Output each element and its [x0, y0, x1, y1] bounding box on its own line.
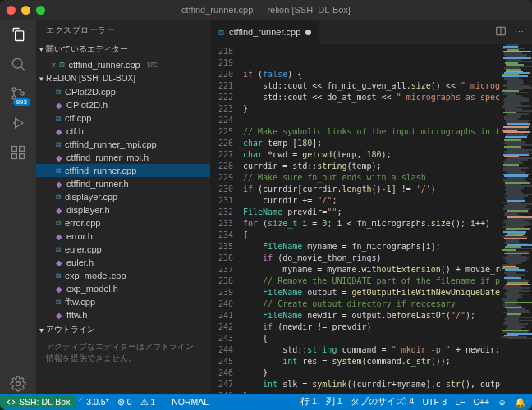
- file-item[interactable]: ⧈error.cpp: [36, 216, 210, 230]
- header-icon: ◆: [56, 206, 62, 215]
- split-editor-icon[interactable]: [495, 25, 507, 39]
- file-item[interactable]: ◆ctffind_runner_mpi.h: [36, 151, 210, 164]
- vim-mode: -- NORMAL --: [163, 397, 216, 407]
- scm-badge: 893: [13, 98, 30, 106]
- encoding[interactable]: UTF-8: [422, 397, 447, 407]
- header-icon: ◆: [56, 127, 62, 136]
- traffic-lights: [7, 6, 45, 15]
- code-content[interactable]: if (false) { std::cout << fn_mic_given_a…: [240, 44, 501, 394]
- extensions-icon[interactable]: [10, 144, 26, 162]
- sidebar: エクスプローラー ▾ 開いているエディター × ⧈ ctffind_runner…: [36, 20, 210, 394]
- file-item[interactable]: ⧈CPlot2D.cpp: [36, 85, 210, 98]
- warnings-status[interactable]: ⚠ 1: [140, 397, 156, 407]
- file-item[interactable]: ◆fftw.h: [36, 308, 210, 321]
- errors-status[interactable]: ⊗ 0: [117, 397, 132, 407]
- cpp-icon: ⧈: [56, 297, 61, 307]
- language-mode[interactable]: C++: [473, 397, 489, 407]
- tab-size[interactable]: タブのサイズ: 4: [351, 396, 415, 408]
- file-item[interactable]: ⧈exp_model.cpp: [36, 269, 210, 282]
- editor: ⧈ ctffind_runner.cpp ⋯ 21821922022122222…: [210, 20, 532, 394]
- header-icon: ◆: [56, 101, 62, 110]
- file-item[interactable]: ⧈euler.cpp: [36, 243, 210, 256]
- feedback-icon[interactable]: ☺: [498, 397, 507, 407]
- svg-point-3: [21, 92, 24, 95]
- file-item[interactable]: ◆error.h: [36, 230, 210, 243]
- svg-point-4: [14, 122, 16, 124]
- svg-rect-6: [12, 154, 17, 159]
- file-name: euler.h: [66, 257, 94, 267]
- file-item[interactable]: ⧈displayer.cpp: [36, 190, 210, 203]
- file-name: displayer.h: [66, 205, 110, 215]
- outline-header[interactable]: ▾ アウトライン: [36, 321, 210, 338]
- tab-active[interactable]: ⧈ ctffind_runner.cpp: [210, 20, 320, 44]
- chevron-down-icon: ▾: [39, 75, 44, 83]
- titlebar: ctffind_runner.cpp — relion [SSH: DL-Box…: [0, 0, 532, 20]
- chevron-down-icon: ▾: [39, 45, 44, 53]
- settings-icon[interactable]: [10, 376, 26, 394]
- file-name: exp_model.cpp: [65, 271, 126, 280]
- cpp-icon: ⧈: [56, 271, 61, 280]
- file-name: ctffind_runner.cpp: [65, 166, 136, 175]
- file-item[interactable]: ◆CPlot2D.h: [36, 98, 210, 112]
- file-list: ⧈CPlot2D.cpp◆CPlot2D.h⧈ctf.cpp◆ctf.h⧈ctf…: [36, 85, 210, 321]
- git-branch-status[interactable]: ᚶ 3.0.5*: [78, 397, 108, 407]
- search-icon[interactable]: [10, 56, 26, 74]
- file-name: displayer.cpp: [65, 192, 117, 202]
- more-icon[interactable]: ⋯: [515, 27, 524, 38]
- file-item[interactable]: ⧈fftw.cpp: [36, 295, 210, 308]
- file-item[interactable]: ◆ctf.h: [36, 125, 210, 138]
- remote-ssh-status[interactable]: SSH: DL-Box: [0, 395, 76, 408]
- svg-point-9: [16, 382, 21, 386]
- header-icon: ◆: [56, 180, 62, 189]
- svg-rect-5: [12, 147, 17, 152]
- cpp-icon: ⧈: [56, 113, 61, 123]
- cpp-icon: ⧈: [218, 27, 224, 38]
- sidebar-title: エクスプローラー: [36, 20, 210, 41]
- file-name: ctffind_runner.h: [66, 179, 129, 189]
- file-name: CPlot2D.cpp: [65, 87, 116, 97]
- close-window[interactable]: [7, 6, 16, 15]
- workspace-header[interactable]: ▾ RELION [SSH: DL-BOX]: [36, 71, 210, 85]
- status-bar: SSH: DL-Box ᚶ 3.0.5* ⊗ 0 ⚠ 1 -- NORMAL -…: [0, 394, 532, 410]
- modified-dot-icon: [305, 30, 311, 35]
- maximize-window[interactable]: [36, 6, 45, 15]
- chevron-down-icon: ▾: [39, 326, 44, 335]
- window-title: ctffind_runner.cpp — relion [SSH: DL-Box…: [0, 5, 532, 15]
- notifications-icon[interactable]: 🔔: [515, 397, 525, 408]
- source-control-icon[interactable]: 893: [10, 85, 26, 103]
- file-item[interactable]: ◆ctffind_runner.h: [36, 177, 210, 190]
- eol[interactable]: LF: [455, 397, 465, 407]
- minimize-window[interactable]: [21, 6, 30, 15]
- open-editor-item[interactable]: × ⧈ ctffind_runner.cpp src: [36, 57, 210, 71]
- line-gutter: 2182192202212222232242252262272282292302…: [210, 44, 240, 394]
- close-icon[interactable]: ×: [51, 60, 56, 70]
- cpp-icon: ⧈: [56, 166, 61, 175]
- file-name: ctffind_runner_mpi.h: [66, 153, 149, 162]
- file-item[interactable]: ◆euler.h: [36, 256, 210, 269]
- cursor-position[interactable]: 行 1、列 1: [300, 396, 342, 408]
- file-name: CPlot2D.h: [66, 100, 108, 110]
- cpp-icon: ⧈: [56, 244, 61, 254]
- cpp-icon: ⧈: [56, 192, 61, 202]
- svg-point-0: [12, 58, 22, 68]
- header-icon: ◆: [56, 258, 62, 267]
- file-item[interactable]: ◆displayer.h: [36, 203, 210, 216]
- file-name: ctf.cpp: [65, 113, 91, 123]
- file-item[interactable]: ⧈ctffind_runner_mpi.cpp: [36, 138, 210, 151]
- open-editors-header[interactable]: ▾ 開いているエディター: [36, 41, 210, 57]
- svg-rect-7: [20, 154, 25, 159]
- cpp-icon: ⧈: [59, 59, 65, 70]
- minimap[interactable]: [501, 44, 532, 394]
- debug-icon[interactable]: [10, 115, 26, 133]
- cpp-icon: ⧈: [56, 87, 61, 97]
- outline-empty-msg: アクティブなエディターはアウトライン情報を提供できません。: [36, 338, 210, 367]
- svg-rect-8: [20, 147, 25, 152]
- explorer-icon[interactable]: [10, 26, 26, 44]
- cpp-icon: ⧈: [56, 218, 61, 228]
- file-name: ctffind_runner_mpi.cpp: [65, 139, 157, 149]
- file-item[interactable]: ⧈ctffind_runner.cpp: [36, 164, 210, 177]
- code-area[interactable]: 2182192202212222232242252262272282292302…: [210, 44, 532, 394]
- header-icon: ◆: [56, 232, 62, 241]
- file-item[interactable]: ◆exp_model.h: [36, 282, 210, 295]
- file-item[interactable]: ⧈ctf.cpp: [36, 112, 210, 125]
